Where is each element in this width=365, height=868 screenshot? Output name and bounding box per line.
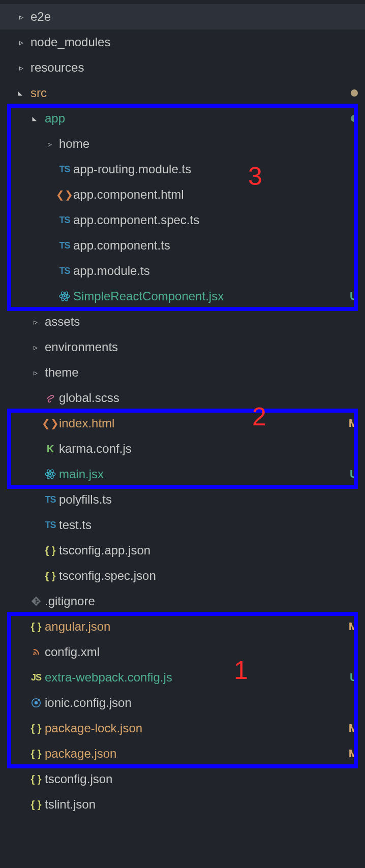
item-label: app.component.spec.ts — [73, 213, 358, 227]
item-label: package-lock.json — [45, 721, 345, 735]
folder-row[interactable]: ▹e2e — [0, 4, 365, 29]
chevron-right-icon[interactable]: ▹ — [29, 317, 42, 327]
chevron-right-icon[interactable]: ▹ — [15, 63, 27, 73]
chevron-right-icon[interactable]: ▹ — [15, 12, 27, 22]
chevron-right-icon[interactable]: ▹ — [29, 368, 42, 378]
svg-point-14 — [38, 699, 40, 701]
git-icon — [27, 596, 45, 607]
file-row[interactable]: ❮❯app.component.html — [0, 182, 365, 207]
file-row[interactable]: .gitignore — [0, 588, 365, 614]
folder-row[interactable]: ▹resources — [0, 55, 365, 80]
react-icon — [42, 468, 59, 480]
item-label: src — [31, 86, 347, 100]
file-row[interactable]: { }package-lock.jsonM — [0, 716, 365, 741]
file-row[interactable]: TSapp-routing.module.ts — [0, 157, 365, 182]
ts-icon: TS — [42, 494, 59, 505]
file-row[interactable]: main.jsxU — [0, 461, 365, 487]
file-row[interactable]: Kkarma.conf.js — [0, 436, 365, 461]
file-row[interactable]: JSextra-webpack.config.jsU — [0, 665, 365, 690]
item-label: app — [45, 111, 347, 126]
file-row[interactable]: { }package.jsonM — [0, 741, 365, 766]
modified-dot-icon — [351, 115, 358, 122]
svg-point-7 — [49, 473, 51, 475]
file-row[interactable]: TSapp.module.ts — [0, 258, 365, 284]
item-label: ionic.config.json — [45, 696, 358, 710]
item-label: main.jsx — [59, 467, 346, 481]
item-label: app.module.ts — [73, 264, 358, 278]
git-status-badge: M — [349, 417, 358, 430]
folder-row[interactable]: ▹home — [0, 131, 365, 157]
item-label: app-routing.module.ts — [73, 162, 358, 176]
item-label: tsconfig.app.json — [59, 543, 358, 557]
svg-point-3 — [64, 295, 66, 297]
modified-dot-icon — [351, 89, 358, 97]
item-label: home — [59, 137, 358, 151]
file-row[interactable]: SimpleReactComponent.jsxU — [0, 284, 365, 309]
karma-icon: K — [42, 443, 59, 455]
item-label: node_modules — [31, 35, 358, 49]
folder-row[interactable]: ▹environments — [0, 334, 365, 360]
item-label: package.json — [45, 747, 345, 761]
item-label: app.component.ts — [73, 238, 358, 253]
item-label: index.html — [59, 416, 345, 430]
react-icon — [56, 290, 73, 302]
item-label: karma.conf.js — [59, 442, 358, 456]
folder-row[interactable]: ◢src — [0, 80, 365, 106]
scss-icon — [42, 392, 59, 404]
chevron-right-icon[interactable]: ▹ — [29, 343, 42, 352]
file-row[interactable]: { }tsconfig.app.json — [0, 538, 365, 563]
folder-row[interactable]: ▹assets — [0, 309, 365, 334]
file-row[interactable]: global.scss — [0, 385, 365, 411]
file-row[interactable]: { }tsconfig.json — [0, 766, 365, 792]
chevron-right-icon[interactable]: ▹ — [15, 38, 27, 47]
item-label: global.scss — [59, 391, 358, 405]
svg-point-13 — [35, 701, 38, 704]
chevron-down-icon[interactable]: ◢ — [14, 90, 26, 97]
item-label: polyfills.ts — [59, 492, 358, 507]
chevron-right-icon[interactable]: ▹ — [44, 139, 56, 149]
item-label: e2e — [31, 10, 358, 24]
svg-point-11 — [33, 654, 35, 655]
file-row[interactable]: TSapp.component.ts — [0, 233, 365, 258]
ionic-icon — [27, 697, 45, 708]
item-label: assets — [45, 315, 358, 329]
file-row[interactable]: { }tslint.json — [0, 792, 365, 817]
ts-icon: TS — [56, 215, 73, 226]
item-label: app.component.html — [73, 188, 358, 202]
item-label: test.ts — [59, 518, 358, 532]
file-row[interactable]: TStest.ts — [0, 512, 365, 538]
file-row[interactable]: TSapp.component.spec.ts — [0, 207, 365, 233]
file-row[interactable]: ionic.config.json — [0, 690, 365, 716]
item-label: theme — [45, 365, 358, 380]
ts-icon: TS — [42, 520, 59, 531]
item-label: environments — [45, 340, 358, 354]
git-status-badge: U — [350, 468, 358, 481]
js-icon: JS — [27, 672, 45, 683]
file-row[interactable]: TSpolyfills.ts — [0, 487, 365, 512]
file-row[interactable]: ❮❯index.htmlM — [0, 411, 365, 436]
item-label: tslint.json — [45, 797, 358, 812]
file-row[interactable]: { }tsconfig.spec.json — [0, 563, 365, 588]
git-status-badge: U — [350, 671, 358, 684]
item-label: extra-webpack.config.js — [45, 670, 346, 685]
json-icon: { } — [42, 570, 59, 582]
file-row[interactable]: { }angular.jsonM — [0, 614, 365, 639]
json-icon: { } — [27, 621, 45, 633]
ts-icon: TS — [56, 240, 73, 251]
folder-row[interactable]: ◢app — [0, 106, 365, 131]
folder-row[interactable]: ▹node_modules — [0, 29, 365, 55]
html-icon: ❮❯ — [42, 417, 59, 429]
xml-icon — [27, 647, 45, 657]
item-label: resources — [31, 60, 358, 75]
item-label: tsconfig.spec.json — [59, 569, 358, 583]
ts-icon: TS — [56, 164, 73, 175]
git-status-badge: U — [350, 290, 358, 303]
json-icon: { } — [42, 545, 59, 556]
json-icon: { } — [27, 799, 45, 811]
file-row[interactable]: config.xml — [0, 639, 365, 665]
git-status-badge: M — [349, 722, 358, 735]
chevron-down-icon[interactable]: ◢ — [28, 115, 41, 122]
folder-row[interactable]: ▹theme — [0, 360, 365, 385]
git-status-badge: M — [349, 747, 358, 760]
file-tree: ▹e2e▹node_modules▹resources◢src◢app▹home… — [0, 0, 365, 821]
